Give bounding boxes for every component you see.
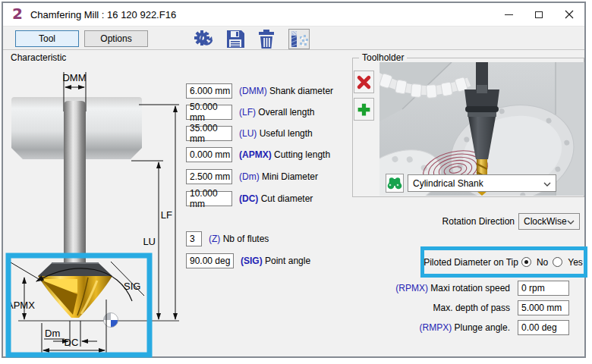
shank-diameter-input[interactable]: 6.000 mm xyxy=(186,83,232,99)
max-depth-of-pass-label: Max. depth of pass xyxy=(322,303,510,313)
add-toolholder-button[interactable] xyxy=(354,98,374,121)
tab-options[interactable]: Options xyxy=(84,30,148,47)
minimize-icon xyxy=(505,14,513,15)
maxi-rotation-speed-input[interactable]: 0 rpm xyxy=(518,281,569,296)
window-title: Chamfering Mill : 16 120 922.F16 xyxy=(30,9,176,20)
binoculars-icon xyxy=(387,177,402,190)
search-toolholder-button[interactable] xyxy=(386,174,404,193)
dialog-content: Characteristic xyxy=(3,50,584,356)
dialog-window: 2 Chamfering Mill : 16 120 922.F16 Tool … xyxy=(2,2,586,358)
app-logo-icon: 2 xyxy=(12,6,23,21)
maximize-button[interactable] xyxy=(524,3,554,26)
minimize-button[interactable] xyxy=(493,3,524,26)
tool-shank-shape xyxy=(64,101,86,264)
cone-cap-shape xyxy=(38,263,112,276)
field-row-dm: 2.500 mm (Dm) Mini Diameter xyxy=(186,169,318,184)
piloted-diameter-group: Piloted Diameter on Tip No Yes xyxy=(420,246,587,278)
maximize-icon xyxy=(535,11,543,18)
tab-tool[interactable]: Tool xyxy=(15,30,79,47)
field-row-dc: 10.000 mm (DC) Cut diameter xyxy=(186,191,313,206)
close-button[interactable] xyxy=(554,3,584,26)
chevron-down-icon xyxy=(567,216,575,227)
field-row-dmm: 6.000 mm (DMM) Shank diameter xyxy=(186,83,333,99)
field-row-apmx: 0.000 mm (APMX) Cutting length xyxy=(186,147,330,162)
overall-length-input[interactable]: 50.000 mm xyxy=(186,105,232,120)
dim-label-dmm: DMM xyxy=(62,72,86,83)
maxi-rotation-speed-label: (RPMX) Maxi rotation speed xyxy=(322,283,510,293)
field-row-lu: 35.000 mm (LU) Useful length xyxy=(186,126,313,141)
update-tool-icon[interactable] xyxy=(193,29,215,50)
plunge-angle-input[interactable]: 0.00 deg xyxy=(518,320,569,335)
simulation-icon xyxy=(289,30,309,49)
toolbar: Tool Options xyxy=(3,26,584,50)
piloted-no-radio[interactable] xyxy=(521,257,531,267)
chevron-down-icon xyxy=(543,178,551,189)
piloted-yes-label: Yes xyxy=(568,257,583,268)
dim-label-lf: LF xyxy=(161,209,172,221)
dim-label-sig: SIG xyxy=(124,281,140,292)
dim-label-dc: DC xyxy=(65,337,79,348)
add-icon xyxy=(356,102,372,118)
rotation-direction-select[interactable]: ClockWise xyxy=(518,213,580,230)
dim-label-lu: LU xyxy=(143,236,156,247)
close-icon xyxy=(565,10,574,19)
cut-diameter-input[interactable]: 10.000 mm xyxy=(186,191,232,206)
simulation-button[interactable] xyxy=(288,29,310,49)
delete-icon[interactable] xyxy=(257,29,276,49)
max-depth-of-pass-input[interactable]: 5.000 mm xyxy=(518,300,569,315)
field-row-lf: 50.000 mm (LF) Overall length xyxy=(186,105,314,120)
rotation-direction-label: Rotation Direction xyxy=(360,216,515,227)
field-row-z: 3 (Z) Nb of flutes xyxy=(186,231,269,246)
dim-label-apmx: APMX xyxy=(7,300,35,311)
plunge-angle-label: (RMPX) Plunge angle. xyxy=(322,322,510,333)
flutes-input[interactable]: 3 xyxy=(186,231,202,246)
piloted-yes-radio[interactable] xyxy=(553,257,562,267)
save-icon[interactable] xyxy=(225,29,246,49)
piloted-no-label: No xyxy=(537,257,548,268)
dim-label-dm: Dm xyxy=(45,328,60,339)
mini-diameter-input[interactable]: 2.500 mm xyxy=(186,169,232,184)
datum-point-icon xyxy=(104,313,118,328)
useful-length-input[interactable]: 35.000 mm xyxy=(186,126,232,141)
cutting-length-input[interactable]: 0.000 mm xyxy=(186,147,232,162)
tool-diagram: DMM LF LU APMX xyxy=(5,64,184,359)
remove-toolholder-button[interactable] xyxy=(354,71,374,93)
title-bar: 2 Chamfering Mill : 16 120 922.F16 xyxy=(3,3,584,26)
field-row-sig: 90.00 deg (SIG) Point angle xyxy=(186,253,310,268)
point-angle-input[interactable]: 90.00 deg xyxy=(186,253,234,268)
shank-type-select[interactable]: Cylindrical Shank xyxy=(408,174,556,192)
window-controls xyxy=(493,3,584,26)
toolholder-group-label: Toolholder xyxy=(359,52,407,63)
piloted-diameter-label: Piloted Diameter on Tip xyxy=(424,257,518,268)
remove-icon xyxy=(356,74,372,90)
characteristic-label: Characteristic xyxy=(11,52,66,63)
